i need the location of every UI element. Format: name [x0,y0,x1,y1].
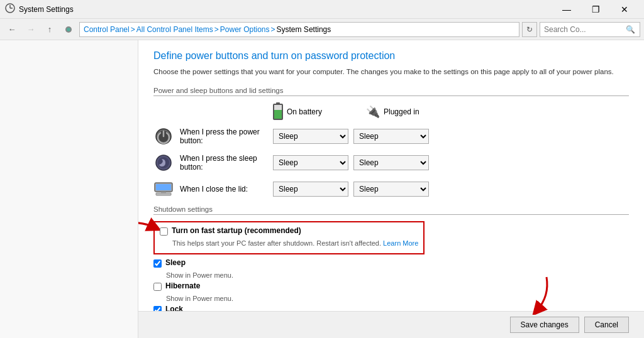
lid-row: When I close the lid: SleepDo nothingHib… [153,179,629,199]
breadcrumb-power-options[interactable]: Power Options [220,25,270,34]
lid-battery-select[interactable]: SleepDo nothingHibernateShut down [273,182,348,197]
page-title: Define power buttons and turn on passwor… [153,50,629,62]
restore-button[interactable]: ❐ [581,0,610,19]
arrow-right [512,274,556,315]
lock-label[interactable]: Lock [165,305,183,311]
fast-startup-label[interactable]: Turn on fast startup (recommended) [172,226,301,235]
search-box[interactable]: 🔍 [540,22,640,37]
fast-startup-checkbox[interactable] [160,227,168,236]
plugged-column-header: 🔌 Plugged in [366,105,454,119]
sleep-button-dropdowns: SleepDo nothingHibernateShut down SleepD… [273,155,429,170]
hibernate-sublabel: Show in Power menu. [166,295,629,302]
plug-icon: 🔌 [366,105,380,119]
recent-button[interactable] [60,21,77,38]
breadcrumb-all-items[interactable]: All Control Panel Items [136,25,213,34]
hibernate-label[interactable]: Hibernate [165,281,200,290]
back-button[interactable]: ← [4,21,20,38]
breadcrumb-control-panel[interactable]: Control Panel [84,25,130,34]
lid-label: When I close the lid: [180,185,273,194]
fast-startup-box: Turn on fast startup (recommended) This … [153,221,425,254]
power-button-plugged-select[interactable]: SleepDo nothingHibernateShut down [353,129,429,144]
lid-dropdowns: SleepDo nothingHibernateShut down SleepD… [273,182,429,197]
column-headers: On battery 🔌 Plugged in [153,104,629,120]
lid-plugged-select[interactable]: SleepDo nothingHibernateShut down [353,182,429,197]
arrow-left [138,215,160,240]
cancel-button[interactable]: Cancel [584,317,629,333]
svg-rect-10 [156,184,171,190]
power-button-label: When I press the power button: [180,128,273,145]
hibernate-checkbox[interactable] [153,283,162,291]
window-icon [5,3,15,15]
refresh-button[interactable]: ↻ [522,22,537,37]
search-icon: 🔍 [626,25,635,34]
battery-icon [273,104,283,120]
hibernate-row: Hibernate Show in Power menu. [153,281,629,302]
lid-icon [153,179,174,199]
search-input[interactable] [544,25,626,34]
window-title: System Settings [19,5,74,14]
battery-label: On battery [287,107,322,116]
sleep-button-label: When I press the sleep button: [180,154,273,172]
sleep-shutdown-label[interactable]: Sleep [165,258,186,267]
sidebar [0,40,138,338]
sleep-button-row: When I press the sleep button: SleepDo n… [153,153,629,173]
fast-startup-sublabel: This helps start your PC faster after sh… [172,239,418,247]
action-bar: Save changes Cancel [138,311,644,338]
plugged-label: Plugged in [384,107,419,116]
svg-point-4 [67,28,70,31]
page-description: Choose the power settings that you want … [153,67,629,77]
battery-column-header: On battery [273,104,361,120]
address-bar: ← → ↑ Control Panel > All Control Panel … [0,19,644,40]
minimize-button[interactable]: — [552,0,581,19]
breadcrumb-system-settings: System Settings [277,25,331,34]
fast-startup-row: Turn on fast startup (recommended) [160,226,418,236]
sleep-button-plugged-select[interactable]: SleepDo nothingHibernateShut down [353,155,429,170]
title-bar: System Settings — ❐ ✕ [0,0,644,19]
breadcrumb[interactable]: Control Panel > All Control Panel Items … [79,22,519,37]
learn-more-link[interactable]: Learn More [383,239,418,247]
save-changes-button[interactable]: Save changes [510,317,579,333]
main-content: Define power buttons and turn on passwor… [0,40,644,338]
svg-rect-12 [161,192,166,194]
sleep-checkbox[interactable] [153,259,162,268]
forward-button[interactable]: → [23,21,39,38]
sleep-button-icon [153,153,174,173]
content-area: Define power buttons and turn on passwor… [138,40,644,311]
power-button-icon [153,126,174,146]
up-button[interactable]: ↑ [42,21,58,38]
sleep-shutdown-row: Sleep Show in Power menu. [153,258,629,279]
power-button-row: When I press the power button: SleepDo n… [153,126,629,146]
sleep-shutdown-sublabel: Show in Power menu. [166,271,629,279]
shutdown-section-header: Shutdown settings [153,205,629,215]
lock-row: Lock Show in account picture menu. [153,305,629,311]
sleep-button-battery-select[interactable]: SleepDo nothingHibernateShut down [273,155,348,170]
lock-checkbox[interactable] [153,306,162,311]
power-sleep-section-header: Power and sleep buttons and lid settings [153,87,629,96]
power-button-dropdowns: SleepDo nothingHibernateShut down SleepD… [273,129,429,144]
power-button-battery-select[interactable]: SleepDo nothingHibernateShut down [273,129,348,144]
close-button[interactable]: ✕ [610,0,639,19]
